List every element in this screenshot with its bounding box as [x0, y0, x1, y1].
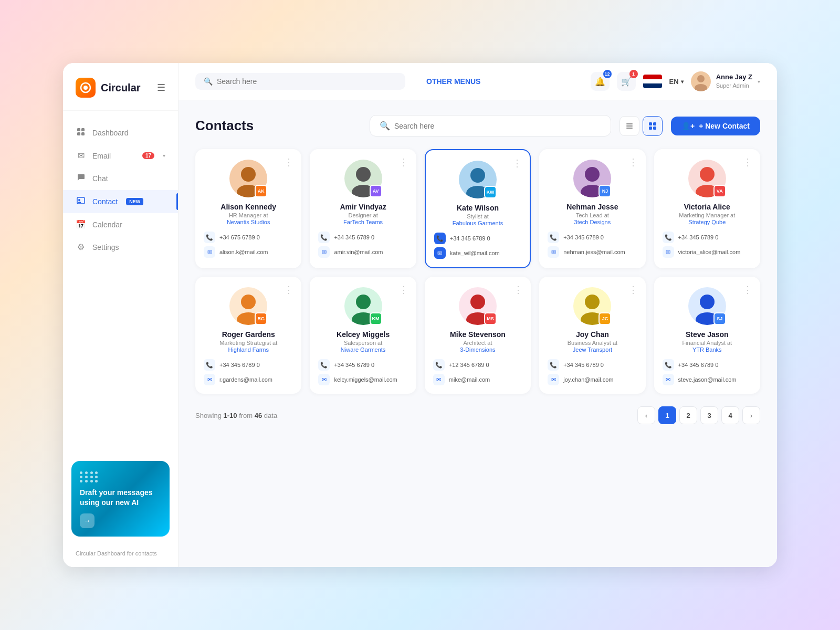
svg-rect-12 — [649, 122, 652, 125]
pagination-range: 1-10 — [223, 412, 237, 419]
card-menu-button[interactable]: ⋮ — [628, 156, 638, 168]
language-selector[interactable]: EN ▾ — [669, 78, 684, 86]
email-icon: ✉ — [204, 374, 215, 385]
contact-role: Marketing Manager at — [679, 212, 735, 218]
contact-badge: NEW — [126, 198, 143, 205]
card-menu-button[interactable]: ⋮ — [743, 284, 753, 296]
card-menu-button[interactable]: ⋮ — [284, 156, 294, 168]
next-page-button[interactable]: › — [742, 406, 760, 424]
other-menus-link[interactable]: OTHER MENUS — [426, 77, 480, 86]
sidebar-item-chat[interactable]: Chat — [63, 167, 178, 190]
avatar-initials-badge: MS — [484, 312, 497, 325]
card-menu-button[interactable]: ⋮ — [399, 156, 409, 168]
page-2-button[interactable]: 2 — [679, 406, 697, 424]
user-avatar — [691, 71, 711, 91]
contact-phone-row: 📞 +34 345 6789 0 — [434, 233, 521, 244]
contact-email: victoria_alice@mail.com — [678, 249, 741, 255]
contact-email-row: ✉ joy.chan@mail.com — [548, 374, 637, 385]
contact-avatar-wrap: KW — [459, 161, 497, 198]
contact-role: Salesperson at — [344, 340, 382, 346]
messages-badge: 1 — [629, 70, 638, 78]
sidebar-footer: Circular Dashboard for contacts — [63, 545, 178, 567]
svg-point-16 — [241, 167, 256, 182]
prev-page-button[interactable]: ‹ — [637, 406, 655, 424]
card-menu-button[interactable]: ⋮ — [513, 284, 523, 296]
dashboard-label: Dashboard — [92, 129, 129, 137]
new-contact-button[interactable]: 👤+ + New Contact — [671, 117, 760, 135]
contact-role: Architect at — [463, 340, 492, 346]
card-menu-button[interactable]: ⋮ — [512, 158, 522, 169]
contact-phone-row: 📞 +34 675 6789 0 — [204, 232, 293, 243]
contact-company: Fabulous Garments — [453, 220, 503, 226]
svg-rect-2 — [77, 128, 80, 131]
language-flag[interactable] — [643, 75, 662, 88]
page-1-button[interactable]: 1 — [658, 406, 676, 424]
svg-point-28 — [356, 295, 371, 309]
contact-avatar-wrap: RG — [229, 287, 267, 325]
card-menu-button[interactable]: ⋮ — [284, 284, 294, 296]
promo-arrow-button[interactable]: → — [80, 513, 94, 528]
lang-label: EN — [669, 78, 679, 86]
contact-avatar-wrap: MS — [459, 287, 497, 325]
email-icon: ✉ — [663, 246, 674, 258]
avatar-initials-badge: AV — [370, 185, 382, 197]
svg-point-26 — [241, 295, 256, 309]
contact-phone: +34 675 6789 0 — [219, 234, 260, 240]
avatar-initials-badge: KW — [484, 186, 497, 198]
phone-icon: 📞 — [318, 232, 330, 243]
sidebar-item-calendar[interactable]: 📅 Calendar — [63, 213, 178, 236]
card-menu-button[interactable]: ⋮ — [399, 284, 409, 296]
svg-rect-13 — [653, 122, 656, 125]
email-icon: ✉ — [663, 374, 674, 385]
page-3-button[interactable]: 3 — [700, 406, 718, 424]
topnav-search-icon: 🔍 — [204, 77, 213, 86]
page-4-button[interactable]: 4 — [721, 406, 739, 424]
contact-email-row: ✉ nehman.jess@mail.com — [548, 246, 637, 258]
contact-avatar-wrap: AK — [229, 160, 267, 197]
user-info[interactable]: Anne Jay Z Super Admin ▾ — [691, 71, 760, 91]
card-menu-button[interactable]: ⋮ — [743, 156, 753, 168]
contact-company: YTR Banks — [692, 346, 722, 353]
contact-card: ⋮ NJ Nehman Jesse Tech Lead at 3tech Des… — [539, 149, 645, 268]
contact-card: ⋮ VA Victoria Alice Marketing Manager at… — [654, 149, 760, 268]
grid-view-button[interactable] — [643, 116, 663, 136]
sidebar-item-email[interactable]: ✉ Email 17 ▾ — [63, 144, 178, 167]
user-name: Anne Jay Z — [716, 73, 752, 82]
svg-rect-5 — [81, 132, 85, 135]
card-menu-button[interactable]: ⋮ — [628, 284, 638, 296]
view-toggle — [620, 116, 663, 136]
contact-email: kate_wil@mail.com — [450, 250, 500, 256]
svg-rect-15 — [653, 127, 656, 130]
hamburger-button[interactable]: ☰ — [157, 82, 165, 93]
contact-info: 📞 +34 345 6789 0 ✉ kelcy.miggels@mail.co… — [318, 359, 407, 385]
contact-role: HR Manager at — [229, 212, 268, 218]
avatar-initials-badge: RG — [255, 312, 267, 325]
sidebar-item-dashboard[interactable]: Dashboard — [63, 121, 178, 144]
sidebar-item-contact[interactable]: Contact NEW — [63, 190, 178, 213]
topnav-search-input[interactable] — [217, 77, 397, 86]
contact-email: joy.chan@mail.com — [563, 376, 613, 383]
phone-icon: 📞 — [434, 233, 446, 244]
contact-card: ⋮ SJ Steve Jason Financial Analyst at YT… — [654, 277, 760, 394]
svg-point-20 — [470, 168, 485, 183]
contacts-search-input[interactable] — [394, 122, 601, 130]
nav-actions: 🔔 12 🛒 1 EN ▾ — [591, 71, 760, 91]
contacts-search-bar[interactable]: 🔍 — [370, 115, 611, 136]
contact-phone: +34 345 6789 0 — [334, 362, 374, 368]
sidebar-item-settings[interactable]: ⚙ Settings — [63, 236, 178, 258]
list-view-button[interactable] — [620, 116, 639, 136]
contact-name: Steve Jason — [686, 330, 729, 339]
contact-name: Kate Wilson — [457, 204, 499, 212]
messages-button[interactable]: 🛒 1 — [617, 72, 636, 91]
phone-icon: 📞 — [433, 359, 445, 371]
notification-button[interactable]: 🔔 12 — [591, 72, 610, 91]
notification-badge: 12 — [603, 70, 612, 78]
contact-phone: +34 345 6789 0 — [563, 234, 604, 240]
user-role: Super Admin — [716, 82, 752, 89]
contact-role: Marketing Strategist at — [219, 340, 277, 346]
svg-point-7 — [697, 75, 705, 82]
topnav-search[interactable]: 🔍 — [195, 73, 405, 90]
contact-email-row: ✉ steve.jason@mail.com — [663, 374, 752, 385]
contact-company: Highland Farms — [228, 346, 269, 353]
contact-phone: +34 345 6789 0 — [563, 362, 604, 368]
